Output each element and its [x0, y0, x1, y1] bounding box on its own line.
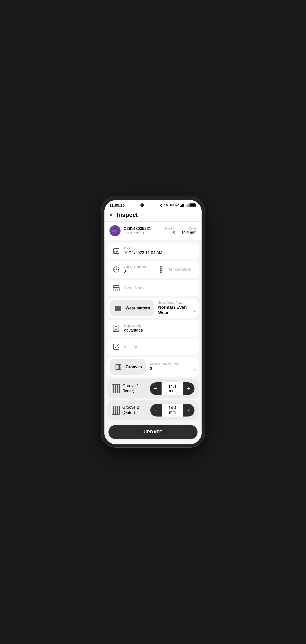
inflation-placeholder: Inflation: [124, 345, 195, 349]
odometer-label: Vehicle Odometer: [124, 265, 150, 269]
grooves-right[interactable]: Select Grooves Count 2 ⌄: [146, 362, 197, 372]
svg-rect-48: [115, 384, 116, 393]
total-km-value: 0: [165, 230, 175, 234]
grooves-select-value-row: 2 ⌄: [150, 366, 197, 372]
svg-point-21: [160, 271, 162, 273]
store-content: Store Name: [124, 286, 195, 290]
grooves-select-label: Select Grooves Count: [150, 362, 197, 366]
store-section: Store Name: [107, 280, 199, 296]
apollo-logo: apollo: [109, 225, 121, 236]
grooves-label: Grooves: [126, 364, 142, 369]
inflation-section[interactable]: Inflation: [107, 339, 199, 355]
svg-rect-28: [115, 289, 117, 291]
inspector-icon: ✓: [111, 324, 121, 333]
total-km-label: Total Km: [165, 227, 175, 230]
groove-2-card: Groove 2 (Outer) − 14.4 mm +: [107, 400, 199, 420]
groove-1-label: Groove 1 (Inner): [122, 383, 150, 394]
temperature-half[interactable]: Temperature: [156, 265, 195, 274]
groove-1-icon: [111, 384, 120, 393]
svg-line-41: [118, 347, 119, 348]
split-row: Vehicle Odometer 0: [111, 265, 195, 274]
apollo-brand-icon: apollo: [111, 227, 119, 234]
svg-rect-52: [115, 406, 116, 415]
svg-rect-10: [114, 252, 115, 253]
store-placeholder: Store Name: [124, 286, 195, 290]
grooves-left: Grooves: [109, 359, 146, 375]
svg-rect-2: [196, 205, 196, 206]
groove-1-value: 14.4 mm: [162, 384, 183, 393]
groove-1-decrement-button[interactable]: −: [150, 382, 161, 395]
groove-2-value: 14.4 mm: [162, 406, 183, 415]
temperature-placeholder: Temperature: [168, 267, 195, 272]
tire-stats: Total Km 0 Depth 14.4 mm: [165, 227, 197, 234]
inspected-by-section: ✓ Inspected By * advantage: [107, 320, 199, 337]
date-value: 10/11/2022 11:04 AM: [124, 251, 195, 255]
status-icons: 0.94 KB/S: [160, 203, 197, 207]
groove-1-card: Groove 1 (Inner) − 14.4 mm +: [107, 379, 199, 398]
wear-select-label: Select Wear Pattern: [158, 301, 197, 304]
depth-stat: Depth 14.4 mm: [181, 227, 197, 234]
groove-2-icon: [111, 406, 120, 415]
odometer-value: 0: [124, 269, 150, 274]
store-row[interactable]: Store Name: [107, 280, 199, 296]
thermometer-icon: [156, 265, 166, 274]
wear-pattern-right[interactable]: Select Wear Pattern Normal / Even Wear ⌄: [154, 301, 197, 315]
date-section: Date* 10/11/2022 11:04 AM: [107, 243, 199, 259]
groove-2-decrement-button[interactable]: −: [150, 404, 162, 417]
groove-1-increment-button[interactable]: +: [183, 382, 195, 395]
groove-2-controls: − 14.4 mm +: [150, 404, 195, 417]
svg-rect-12: [117, 251, 118, 252]
svg-rect-24: [161, 268, 162, 271]
scroll-area[interactable]: Date* 10/11/2022 11:04 AM: [104, 240, 202, 444]
svg-text:✓: ✓: [118, 330, 119, 332]
groove-2-label: Groove 2 (Outer): [122, 405, 150, 416]
wear-pattern-left: Wear pattern: [109, 300, 154, 316]
svg-line-16: [114, 271, 115, 271]
battery-icon: [189, 203, 197, 207]
odometer-half[interactable]: Vehicle Odometer 0: [111, 265, 153, 274]
date-label: Date*: [124, 247, 195, 250]
camera-notch: [140, 203, 144, 207]
svg-text:apollo: apollo: [112, 230, 117, 232]
grooves-count-value: 2: [150, 366, 152, 371]
svg-point-36: [115, 326, 117, 328]
svg-rect-9: [116, 251, 117, 252]
wear-pattern-section[interactable]: Wear pattern Select Wear Pattern Normal …: [107, 298, 199, 318]
total-km-stat: Total Km 0: [165, 227, 175, 234]
update-button-wrap: UPDATE: [104, 422, 202, 444]
svg-rect-47: [113, 384, 114, 393]
update-button[interactable]: UPDATE: [108, 425, 198, 439]
inflation-content: Inflation: [124, 345, 195, 349]
groove-1-controls: − 14.4 mm +: [150, 382, 195, 395]
data-speed: 0.94 KB/S: [164, 204, 174, 206]
svg-rect-53: [117, 406, 118, 415]
svg-rect-1: [190, 204, 195, 206]
wear-chevron-icon: ⌄: [193, 307, 197, 313]
signal-bars-2: [185, 204, 188, 207]
tire-info-card: apollo C26148035221 EnduRace LD Total Km…: [104, 222, 202, 240]
close-button[interactable]: ×: [109, 212, 113, 218]
wear-pattern-label: Wear pattern: [126, 306, 150, 310]
svg-point-14: [116, 269, 117, 270]
groove-2-increment-button[interactable]: +: [183, 404, 195, 417]
inflation-icon: [111, 342, 121, 352]
tire-id: C26148035221: [124, 226, 162, 231]
app-header: × Inspect: [104, 209, 202, 222]
svg-rect-8: [114, 251, 115, 252]
wifi-icon: [175, 204, 179, 207]
temperature-content: Temperature: [168, 267, 195, 272]
svg-rect-49: [117, 384, 118, 393]
date-row[interactable]: Date* 10/11/2022 11:04 AM: [107, 243, 199, 259]
status-time: 11:05:26: [109, 203, 125, 207]
inspected-content: Inspected By * advantage: [124, 324, 195, 333]
svg-rect-11: [116, 252, 117, 253]
inspected-value: advantage: [124, 328, 195, 333]
store-icon: [111, 283, 121, 293]
odometer-temp-section: Vehicle Odometer 0: [107, 261, 199, 278]
wear-pattern-icon: [113, 303, 123, 313]
odometer-icon: [111, 265, 121, 274]
svg-line-17: [118, 271, 118, 271]
grooves-count-section[interactable]: Grooves Select Grooves Count 2 ⌄: [107, 357, 199, 377]
odometer-content: Vehicle Odometer 0: [124, 265, 150, 274]
phone-frame: 11:05:26 0.94 KB/S: [104, 200, 202, 445]
